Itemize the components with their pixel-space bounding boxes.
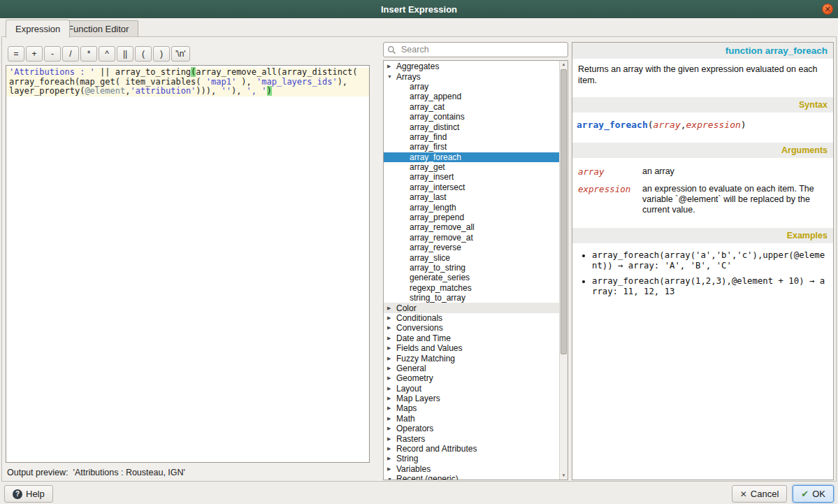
tree-item-array-length[interactable]: array_length (384, 202, 559, 212)
example-item: array_foreach(array('a','b','c'),upper(@… (592, 250, 826, 271)
chevron-right-icon[interactable]: ▶ (387, 336, 396, 341)
tree-item-generate-series[interactable]: generate_series (384, 273, 559, 282)
tree-label: array_remove_all (410, 222, 475, 232)
operator-button-2[interactable]: - (44, 46, 61, 62)
cancel-button[interactable]: ✕ Cancel (732, 485, 788, 503)
chevron-right-icon[interactable]: ▶ (387, 345, 396, 351)
tree-item-array-slice[interactable]: array_slice (384, 252, 559, 262)
chevron-right-icon[interactable]: ▶ (387, 386, 396, 391)
chevron-right-icon[interactable]: ▶ (387, 426, 396, 431)
tree-scrollbar[interactable]: ▲ ▼ (559, 61, 568, 480)
tree-item-array-reverse[interactable]: array_reverse (384, 243, 559, 252)
tree-item-array[interactable]: array (384, 82, 559, 92)
chevron-right-icon[interactable]: ▶ (387, 436, 396, 442)
chevron-right-icon[interactable]: ▶ (387, 356, 396, 361)
tree-item-array-first[interactable]: array_first (384, 142, 559, 152)
tree-item-array-last[interactable]: array_last (384, 192, 559, 202)
tree-group-layout[interactable]: ▶Layout (384, 384, 559, 394)
chevron-right-icon[interactable]: ▶ (387, 466, 396, 472)
scroll-down-icon[interactable]: ▼ (560, 472, 568, 480)
ok-icon: ✔ (801, 489, 809, 499)
tree-item-array-foreach[interactable]: array_foreach (384, 152, 559, 162)
tree-label: array_length (410, 203, 456, 213)
examples-header: Examples (787, 231, 828, 240)
tree-label: array_foreach (410, 152, 461, 162)
tab-expression[interactable]: Expression (6, 20, 70, 38)
arguments-header: Arguments (781, 145, 828, 155)
tree-item-regexp-matches[interactable]: regexp_matches (384, 283, 559, 293)
chevron-right-icon[interactable]: ▶ (387, 416, 396, 422)
argument-description: an array (642, 166, 828, 177)
chevron-right-icon[interactable]: ▶ (387, 325, 396, 331)
tree-item-array-prepend[interactable]: array_prepend (384, 213, 559, 222)
titlebar[interactable]: Insert Expression ✕ (0, 0, 838, 18)
search-input[interactable] (400, 44, 564, 55)
tree-label: String (396, 454, 418, 463)
output-preview: Output preview:'Attributions : Rousteau,… (7, 468, 185, 477)
expression-editor[interactable]: 'Attributions : ' || array_to_string(arr… (6, 65, 370, 463)
chevron-right-icon[interactable]: ▶ (387, 446, 396, 452)
operator-button-3[interactable]: / (62, 46, 79, 62)
tree-group-date-and-time[interactable]: ▶Date and Time (384, 333, 559, 343)
operator-button-6[interactable]: || (117, 46, 133, 62)
operator-button-1[interactable]: + (26, 46, 43, 62)
tree-group-fields-and-values[interactable]: ▶Fields and Values (384, 343, 559, 353)
operator-button-4[interactable]: * (80, 46, 97, 62)
chevron-right-icon[interactable]: ▶ (387, 375, 396, 381)
tree-item-array-find[interactable]: array_find (384, 132, 559, 142)
chevron-right-icon[interactable]: ▶ (387, 396, 396, 401)
help-button[interactable]: ? Help (4, 485, 53, 503)
tab-function-editor[interactable]: Function Editor (58, 20, 138, 36)
tree-group-map-layers[interactable]: ▶Map Layers (384, 394, 559, 403)
tree-group-maps[interactable]: ▶Maps (384, 403, 559, 413)
tree-group-record-and-attributes[interactable]: ▶Record and Attributes (384, 444, 559, 454)
tree-label: array_reverse (410, 243, 461, 252)
tree-label: array_first (410, 142, 447, 152)
tree-item-array-append[interactable]: array_append (384, 92, 559, 101)
tree-label: Record and Attributes (396, 444, 477, 454)
operator-button-5[interactable]: ^ (99, 46, 115, 62)
close-icon[interactable]: ✕ (822, 3, 833, 15)
scroll-up-icon[interactable]: ▲ (560, 61, 568, 69)
tree-item-array-remove-all[interactable]: array_remove_all (384, 222, 559, 232)
tree-group-geometry[interactable]: ▶Geometry (384, 373, 559, 383)
tree-group-variables[interactable]: ▶Variables (384, 464, 559, 474)
tree-group-math[interactable]: ▶Math (384, 414, 559, 424)
operator-button-7[interactable]: ( (135, 46, 152, 62)
scrollbar-thumb[interactable] (561, 69, 567, 354)
tree-item-array-contains[interactable]: array_contains (384, 112, 559, 122)
tree-item-array-remove-at[interactable]: array_remove_at (384, 233, 559, 243)
ok-button[interactable]: ✔ OK (793, 485, 834, 503)
tree-group-fuzzy-matching[interactable]: ▶Fuzzy Matching (384, 353, 559, 363)
chevron-right-icon[interactable]: ▶ (387, 405, 396, 411)
tree-item-array-cat[interactable]: array_cat (384, 102, 559, 112)
tree-item-array-intersect[interactable]: array_intersect (384, 182, 559, 192)
chevron-right-icon[interactable]: ▶ (387, 456, 396, 461)
tree-label: array_remove_at (410, 233, 473, 243)
chevron-down-icon[interactable]: ▼ (387, 74, 396, 79)
tree-group-operators[interactable]: ▶Operators (384, 424, 559, 433)
chevron-down-icon[interactable]: ▼ (387, 477, 396, 480)
operator-button-9[interactable]: '\n' (171, 46, 190, 62)
tree-group-conversions[interactable]: ▶Conversions (384, 323, 559, 333)
tree-group-aggregates[interactable]: ▶Aggregates (384, 62, 559, 71)
tree-item-string-to-array[interactable]: string_to_array (384, 293, 559, 303)
tree-label: Color (396, 303, 417, 313)
chevron-right-icon[interactable]: ▶ (387, 305, 396, 311)
chevron-right-icon[interactable]: ▶ (387, 64, 396, 69)
chevron-right-icon[interactable]: ▶ (387, 315, 396, 321)
chevron-right-icon[interactable]: ▶ (387, 366, 396, 371)
tree-item-array-get[interactable]: array_get (384, 162, 559, 172)
tree-group-string[interactable]: ▶String (384, 454, 559, 463)
operator-button-8[interactable]: ) (153, 46, 170, 62)
tree-group-rasters[interactable]: ▶Rasters (384, 433, 559, 443)
tree-group-arrays[interactable]: ▼Arrays (384, 71, 559, 81)
tree-group-recent-generic[interactable]: ▼Recent (generic) (384, 474, 559, 480)
tree-group-general[interactable]: ▶General (384, 363, 559, 373)
operator-button-0[interactable]: = (8, 46, 24, 62)
tree-item-array-insert[interactable]: array_insert (384, 172, 559, 182)
tree-item-array-to-string[interactable]: array_to_string (384, 263, 559, 273)
tree-group-color[interactable]: ▶Color (384, 303, 559, 312)
tree-item-array-distinct[interactable]: array_distinct (384, 122, 559, 131)
tree-group-conditionals[interactable]: ▶Conditionals (384, 313, 559, 323)
